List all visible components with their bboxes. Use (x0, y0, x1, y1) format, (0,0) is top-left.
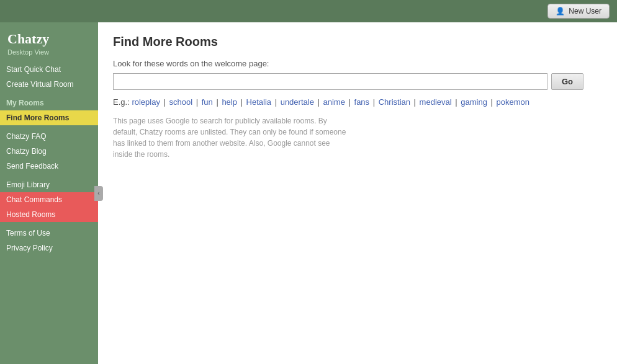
sidebar-item-chat-commands[interactable]: Chat Commands (0, 192, 98, 207)
example-link-pokemon[interactable]: pokemon (497, 97, 529, 107)
sidebar-item-terms-of-use[interactable]: Terms of Use (0, 226, 98, 241)
sidebar-item-send-feedback[interactable]: Send Feedback (0, 159, 98, 174)
app-logo: Chatzy (0, 27, 98, 48)
sidebar-item-create-virtual-room[interactable]: Create Virtual Room (0, 77, 98, 92)
search-row: Go (113, 73, 602, 90)
example-link-fun[interactable]: fun (202, 97, 213, 107)
examples-row: E.g.: roleplay | school | fun | help | H… (113, 97, 602, 107)
desktop-view-label: Desktop View (0, 48, 98, 62)
sidebar-item-find-more-rooms[interactable]: Find More Rooms (0, 110, 98, 125)
example-link-roleplay[interactable]: roleplay (132, 97, 160, 107)
pipe-separator: | (453, 97, 460, 107)
example-link-christian[interactable]: Christian (379, 97, 410, 107)
search-input[interactable] (113, 73, 547, 90)
example-link-help[interactable]: help (222, 97, 237, 107)
main-content: Find More Rooms Look for these words on … (98, 22, 617, 364)
example-link-fans[interactable]: fans (354, 97, 370, 107)
pipe-separator: | (214, 97, 221, 107)
sidebar-item-start-quick-chat[interactable]: Start Quick Chat (0, 62, 98, 77)
sidebar: Chatzy Desktop View Start Quick Chat Cre… (0, 22, 98, 364)
pipe-separator: | (489, 97, 495, 107)
pipe-separator: | (315, 97, 322, 107)
new-user-label: New User (569, 7, 601, 16)
sidebar-item-my-rooms[interactable]: My Rooms (0, 95, 98, 110)
search-label: Look for these words on the welcome page… (113, 59, 602, 68)
topbar: 👤 New User (0, 0, 617, 22)
page-title: Find More Rooms (113, 35, 602, 49)
user-icon: 👤 (556, 7, 565, 16)
example-link-school[interactable]: school (169, 97, 193, 107)
pipe-separator: | (238, 97, 245, 107)
layout: Chatzy Desktop View Start Quick Chat Cre… (0, 22, 617, 364)
go-button[interactable]: Go (551, 73, 583, 90)
info-text: This page uses Google to search for publ… (113, 115, 349, 160)
sidebar-item-emoji-library[interactable]: Emoji Library (0, 177, 98, 192)
example-link-medieval[interactable]: medieval (420, 97, 452, 107)
pipe-separator: | (272, 97, 279, 107)
pipe-separator: | (161, 97, 168, 107)
sidebar-item-hosted-rooms[interactable]: Hosted Rooms (0, 207, 98, 222)
sidebar-collapse-button[interactable]: ‹ (94, 186, 103, 201)
new-user-button[interactable]: 👤 New User (547, 4, 610, 19)
example-link-anime[interactable]: anime (323, 97, 345, 107)
example-link-hetalia[interactable]: Hetalia (246, 97, 271, 107)
sidebar-item-chatzy-blog[interactable]: Chatzy Blog (0, 144, 98, 159)
pipe-separator: | (346, 97, 353, 107)
sidebar-item-chatzy-faq[interactable]: Chatzy FAQ (0, 129, 98, 144)
pipe-separator: | (412, 97, 418, 107)
pipe-separator: | (371, 97, 377, 107)
examples-links: roleplay | school | fun | help | Hetalia… (132, 97, 529, 107)
pipe-separator: | (194, 97, 200, 107)
example-link-gaming[interactable]: gaming (461, 97, 487, 107)
sidebar-item-privacy-policy[interactable]: Privacy Policy (0, 241, 98, 255)
example-link-undertale[interactable]: undertale (281, 97, 314, 107)
examples-prefix: E.g.: (113, 97, 130, 107)
